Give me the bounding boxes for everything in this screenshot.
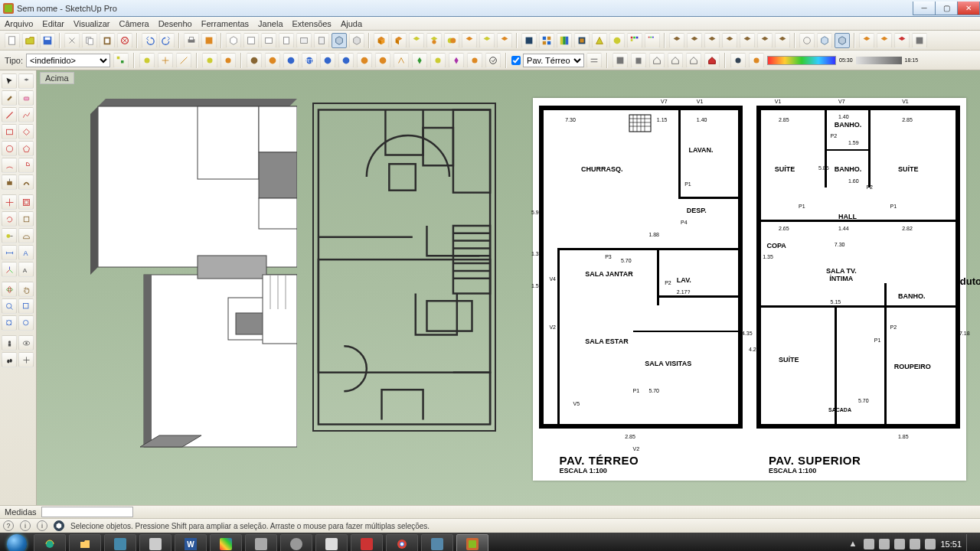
minimize-button[interactable]: ─	[913, 2, 936, 15]
tray-up-icon[interactable]: ▲	[848, 539, 859, 549]
right-view-icon[interactable]	[279, 33, 294, 48]
warehouse-icon[interactable]	[859, 33, 874, 48]
polygon-tool-icon[interactable]	[18, 141, 34, 156]
shadow-e-icon[interactable]	[220, 53, 236, 68]
menu-arquivo[interactable]: Arquivo	[5, 19, 33, 28]
menu-ferramentas[interactable]: Ferramentas	[201, 19, 249, 28]
task-app-a[interactable]	[104, 534, 136, 551]
zoom-window-tool-icon[interactable]	[18, 298, 34, 314]
pushpull-tool-icon[interactable]	[2, 174, 17, 190]
text-tool-icon[interactable]: A	[18, 245, 34, 260]
task-chrome[interactable]	[386, 534, 418, 551]
task-app-h[interactable]	[421, 534, 453, 551]
union-icon[interactable]	[444, 33, 459, 48]
show-desktop-button[interactable]	[966, 534, 972, 551]
dynamic-e-icon[interactable]	[320, 53, 335, 68]
help-icon[interactable]: ?	[3, 520, 14, 531]
position-camera-tool-icon[interactable]	[2, 335, 17, 350]
color-by-axis-icon[interactable]	[645, 33, 660, 48]
house-d-icon[interactable]	[704, 53, 720, 68]
trim-icon[interactable]	[479, 33, 495, 48]
orbit-tool-icon[interactable]	[2, 282, 17, 297]
menu-visualizar[interactable]: Visualizar	[74, 19, 110, 28]
open-file-icon[interactable]	[22, 33, 38, 48]
3d-text-tool-icon[interactable]: A	[18, 262, 34, 277]
print-icon[interactable]	[184, 33, 199, 48]
copy-icon[interactable]	[82, 33, 97, 48]
plugin-f-icon[interactable]	[757, 33, 773, 48]
texture-icon[interactable]	[609, 33, 625, 48]
viewport[interactable]: Acima	[37, 70, 980, 505]
menu-janela[interactable]: Janela	[258, 19, 283, 28]
component-icon[interactable]	[374, 33, 389, 48]
shaded-icon[interactable]	[574, 33, 590, 48]
type-select[interactable]: <indefinido>	[26, 54, 110, 67]
start-button[interactable]	[3, 533, 31, 551]
face-style-active-icon[interactable]	[332, 33, 347, 48]
menu-desenho[interactable]: Desenho	[158, 19, 192, 28]
tray-volume-icon[interactable]	[925, 539, 936, 549]
section-plane-tool-icon[interactable]	[18, 352, 34, 367]
face-style-icon[interactable]	[349, 33, 364, 48]
move-tool-icon[interactable]	[2, 194, 17, 210]
front-view-icon[interactable]	[261, 33, 276, 48]
follow-me-tool-icon[interactable]	[18, 174, 34, 190]
top-view-icon[interactable]	[243, 33, 259, 48]
task-app-g[interactable]	[351, 534, 383, 551]
paint-tool-icon[interactable]	[2, 90, 17, 106]
zoom-tool-icon[interactable]	[2, 298, 17, 314]
paste-icon[interactable]	[100, 33, 115, 48]
task-app-f[interactable]	[315, 534, 348, 551]
dynamic-f-icon[interactable]	[338, 53, 354, 68]
eraser-tool-icon[interactable]	[18, 90, 34, 106]
pan-tool-icon[interactable]	[18, 282, 34, 297]
time-slider[interactable]	[856, 57, 902, 64]
plugin-d-icon[interactable]	[722, 33, 737, 48]
house-c-icon[interactable]	[686, 53, 701, 68]
arc-tool-icon[interactable]	[2, 158, 17, 173]
location-icon[interactable]	[612, 53, 628, 68]
tray-flag-icon[interactable]	[894, 539, 905, 549]
pie-tool-icon[interactable]	[18, 158, 34, 173]
save-icon[interactable]	[40, 33, 55, 48]
menu-ajuda[interactable]: Ajuda	[341, 19, 362, 28]
dynamic-j-icon[interactable]	[412, 53, 427, 68]
dynamic-a-icon[interactable]	[247, 53, 262, 68]
close-button[interactable]: ✕	[957, 2, 980, 15]
new-file-icon[interactable]	[5, 33, 20, 48]
month-slider[interactable]	[767, 56, 836, 65]
scale-tool-icon[interactable]	[18, 211, 34, 227]
dynamic-l-icon[interactable]	[449, 53, 464, 68]
shadow-d-icon[interactable]	[202, 53, 217, 68]
protractor-tool-icon[interactable]	[18, 228, 34, 243]
menu-camera[interactable]: Câmera	[119, 19, 149, 28]
xray-icon[interactable]	[521, 33, 537, 48]
redo-icon[interactable]	[159, 33, 175, 48]
dynamic-d-icon[interactable]: RT	[302, 53, 317, 68]
task-sketchup[interactable]	[456, 534, 488, 551]
task-app-e[interactable]	[280, 534, 312, 551]
dynamic-c-icon[interactable]	[283, 53, 299, 68]
clock[interactable]: 15:51	[940, 540, 962, 549]
building-icon[interactable]	[631, 53, 646, 68]
layer-select[interactable]: Pav. Térreo	[523, 54, 584, 67]
tray-network-icon[interactable]	[910, 539, 920, 549]
subtract-icon[interactable]	[462, 33, 477, 48]
line-tool-icon[interactable]	[2, 107, 17, 122]
dimension-tool-icon[interactable]	[2, 245, 17, 260]
task-explorer[interactable]	[69, 534, 101, 551]
task-app-d[interactable]	[245, 534, 277, 551]
plugin-a-icon[interactable]	[669, 33, 684, 48]
dynamic-n-icon[interactable]	[485, 53, 501, 68]
plugin-e-icon[interactable]	[740, 33, 755, 48]
house-b-icon[interactable]	[668, 53, 683, 68]
hidden-line-icon[interactable]	[557, 33, 572, 48]
component-tool-icon[interactable]	[18, 73, 34, 89]
shadow-settings-icon[interactable]	[749, 53, 764, 68]
extension-c-icon[interactable]	[912, 33, 927, 48]
undo-icon[interactable]	[142, 33, 157, 48]
task-ie[interactable]	[34, 534, 66, 551]
wireframe-icon[interactable]	[539, 33, 554, 48]
extension-a-icon[interactable]	[877, 33, 892, 48]
layer-options-icon[interactable]	[586, 53, 602, 68]
